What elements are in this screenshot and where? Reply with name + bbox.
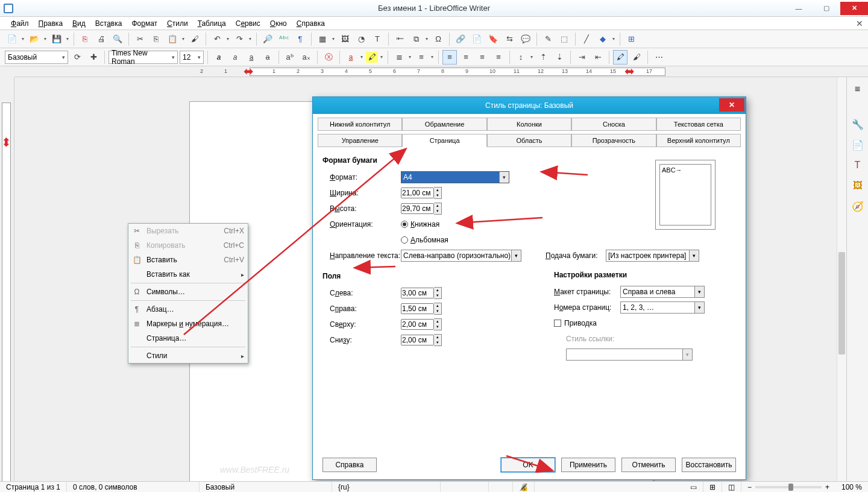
margin-right-input[interactable] — [401, 303, 434, 314]
menu-tools[interactable]: Сервис — [231, 18, 265, 29]
zoom-slider[interactable] — [755, 486, 822, 488]
menu-window[interactable]: Окно — [265, 18, 292, 29]
maximize-button[interactable]: ▢ — [813, 2, 840, 15]
font-name-combo[interactable]: Times New Roman▾ — [108, 51, 178, 64]
paste-dropdown[interactable]: ▾ — [180, 32, 186, 46]
menu-styles[interactable]: Стили — [162, 18, 193, 29]
dec-indent-icon[interactable]: ⇤ — [591, 50, 605, 65]
tab-organizer[interactable]: Управление — [318, 134, 402, 147]
status-view-book-icon[interactable]: ◫ — [722, 482, 741, 492]
tab-footnote[interactable]: Сноска — [571, 118, 656, 131]
minimize-button[interactable]: — — [785, 2, 813, 15]
dec-para-space-icon[interactable]: ⇣ — [552, 50, 567, 65]
footnote-icon[interactable]: 📄 — [470, 32, 484, 46]
new-style-icon[interactable]: ✚ — [86, 50, 101, 65]
status-sig-icon[interactable]: 🔏 — [513, 482, 535, 492]
orientation-portrait-radio[interactable]: Книжная — [401, 220, 439, 229]
sidebar-properties-icon[interactable]: 🔧 — [849, 116, 866, 133]
italic-icon[interactable]: a — [228, 50, 242, 65]
margin-left-stepper[interactable]: ▴▾ — [434, 287, 442, 299]
menu-file[interactable]: Файл — [6, 18, 34, 29]
new-doc-icon[interactable]: 📄 — [5, 32, 19, 46]
clear-format-icon[interactable]: ⓧ — [321, 50, 336, 65]
bullet-list-dropdown[interactable]: ▾ — [407, 50, 412, 65]
font-size-combo[interactable]: 12▾ — [180, 51, 204, 64]
close-button[interactable]: ✕ — [840, 2, 868, 15]
margin-left-input[interactable] — [401, 288, 434, 298]
tab-borders[interactable]: Обрамление — [402, 118, 486, 131]
sidebar-page-icon[interactable]: 📄 — [849, 136, 866, 153]
menu-help[interactable]: Справка — [292, 18, 330, 29]
tab-footer[interactable]: Нижний колонтитул — [318, 118, 402, 131]
font-color-dropdown[interactable]: ▾ — [359, 50, 364, 65]
width-input[interactable] — [401, 188, 434, 198]
line-icon[interactable]: ╱ — [579, 32, 594, 46]
find-replace-icon[interactable]: 🔎 — [260, 32, 275, 46]
status-view-multi-icon[interactable]: ⊞ — [703, 482, 722, 492]
open-dropdown[interactable]: ▾ — [42, 32, 48, 46]
highlight-color-icon[interactable]: 🖍 — [613, 50, 627, 65]
tab-area[interactable]: Область — [487, 134, 571, 147]
clone-fmt-icon[interactable]: 🖌 — [187, 32, 202, 46]
line-spacing-icon[interactable]: ↕ — [514, 50, 528, 65]
status-lang[interactable]: {ru} — [332, 482, 441, 492]
zoom-out-icon[interactable]: − — [747, 483, 752, 491]
page-break-icon[interactable]: ⭰ — [392, 32, 407, 46]
image-icon[interactable]: 🖼 — [338, 32, 352, 46]
margin-top-stepper[interactable]: ▴▾ — [434, 318, 442, 330]
inc-indent-icon[interactable]: ⇥ — [574, 50, 589, 65]
open-icon[interactable]: 📂 — [27, 32, 42, 46]
sidebar-styles-icon[interactable]: T — [849, 157, 866, 174]
horizontal-ruler[interactable]: 2 1 1 2 3 4 5 6 7 8 9 10 11 12 13 14 15 … — [14, 66, 868, 77]
document-close-icon[interactable]: ✕ — [851, 17, 868, 30]
status-style[interactable]: Базовый — [200, 482, 332, 492]
update-style-icon[interactable]: ⟳ — [70, 50, 84, 65]
copy-icon[interactable]: ⎘ — [149, 32, 163, 46]
hyperlink-icon[interactable]: 🔗 — [453, 32, 468, 46]
undo-icon[interactable]: ↶ — [210, 32, 224, 46]
superscript-icon[interactable]: aᵇ — [283, 50, 297, 65]
paragraph-style-combo[interactable]: Базовый▾ — [5, 51, 68, 64]
textdir-combo[interactable]: Слева-направо (горизонтально)▾ — [401, 250, 521, 262]
status-sel[interactable] — [489, 482, 513, 492]
apply-button[interactable]: Применить — [561, 458, 615, 472]
comment-icon[interactable]: 💬 — [518, 32, 533, 46]
ctx-paragraph[interactable]: ¶Абзац… — [128, 302, 248, 317]
status-zoom[interactable]: 100 % — [835, 482, 868, 492]
pagelayout-combo[interactable]: Справа и слева▾ — [620, 286, 705, 298]
redo-dropdown[interactable]: ▾ — [247, 32, 253, 46]
chart-icon[interactable]: ◔ — [354, 32, 368, 46]
align-justify-icon[interactable]: ≡ — [491, 50, 506, 65]
margin-top-input[interactable] — [401, 319, 434, 330]
align-right-icon[interactable]: ≡ — [475, 50, 489, 65]
menu-insert[interactable]: Вставка — [90, 18, 127, 29]
textbox-icon[interactable]: T — [370, 32, 385, 46]
para-bg-icon[interactable]: 🖌 — [629, 50, 644, 65]
ctx-bullets[interactable]: ≣Маркеры и нумерация… — [128, 317, 248, 331]
ok-button[interactable]: OK — [501, 458, 555, 472]
new-doc-dropdown[interactable]: ▾ — [20, 32, 25, 46]
ctx-paste-as[interactable]: Вставить как▸ — [128, 267, 248, 282]
undo-dropdown[interactable]: ▾ — [225, 32, 230, 46]
height-input[interactable] — [401, 203, 434, 214]
ctx-copy[interactable]: ⎘КопироватьCtrl+C — [128, 238, 248, 253]
table-dropdown[interactable]: ▾ — [330, 32, 336, 46]
format-combo[interactable]: A4▾ — [401, 171, 509, 183]
status-page[interactable]: Страница 1 из 1 — [0, 482, 67, 492]
paste-icon[interactable]: 📋 — [165, 32, 180, 46]
margin-bottom-input[interactable] — [401, 335, 434, 345]
height-stepper[interactable]: ▴▾ — [434, 203, 442, 215]
register-checkbox[interactable]: Приводка — [554, 319, 597, 327]
ctx-paste[interactable]: 📋ВставитьCtrl+V — [128, 253, 248, 267]
pagenum-combo[interactable]: 1, 2, 3, …▾ — [620, 301, 705, 314]
shapes-icon[interactable]: ◆ — [596, 32, 610, 46]
tab-header[interactable]: Верхний колонтитул — [656, 134, 741, 147]
tab-textgrid[interactable]: Текстовая сетка — [656, 118, 741, 131]
status-view-single-icon[interactable]: ▭ — [684, 482, 703, 492]
status-words[interactable]: 0 слов, 0 символов — [67, 482, 200, 492]
bookmark-icon[interactable]: 🔖 — [486, 32, 500, 46]
font-color-icon[interactable]: a — [344, 50, 358, 65]
table-icon[interactable]: ▦ — [315, 32, 330, 46]
sidebar-gallery-icon[interactable]: 🖼 — [849, 177, 866, 194]
status-insert[interactable] — [441, 482, 489, 492]
